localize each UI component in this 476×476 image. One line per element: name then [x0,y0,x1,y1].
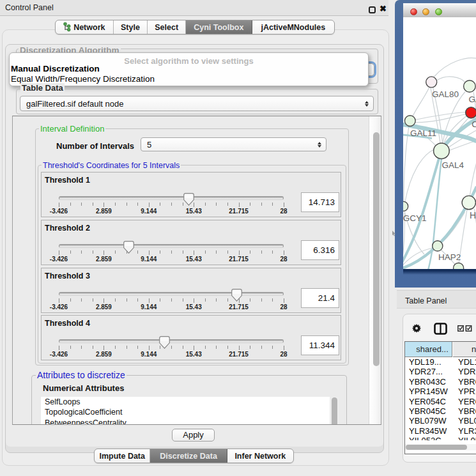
svg-text:GAL80: GAL80 [432,89,459,99]
svg-text:GAL4: GAL4 [442,160,464,170]
svg-text:GCY1: GCY1 [403,213,427,223]
svg-text:GAL11: GAL11 [410,128,436,138]
svg-text:GA: GA [469,95,476,104]
svg-text:C: C [472,119,476,129]
svg-text:H: H [470,210,476,220]
svg-text:HAP2: HAP2 [438,252,461,262]
